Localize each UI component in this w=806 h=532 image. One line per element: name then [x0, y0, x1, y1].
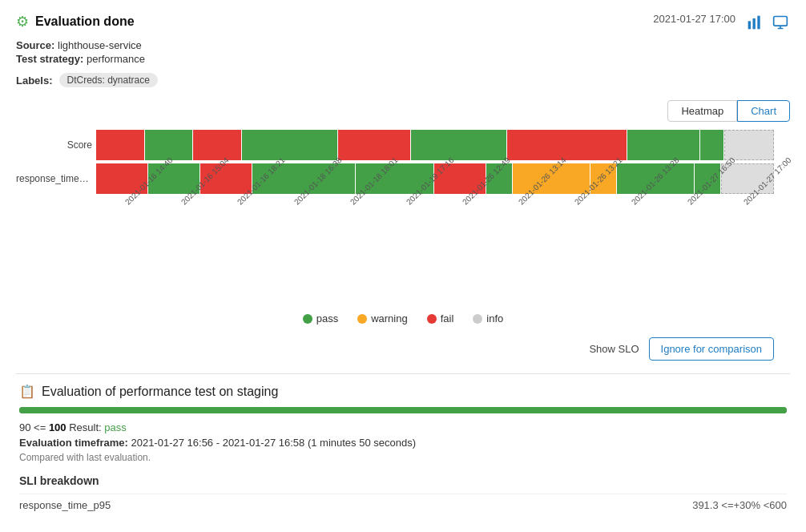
legend-dot-fail: [427, 314, 437, 324]
evaluation-icon: ⚙: [16, 13, 29, 30]
legend-label-pass: pass: [316, 312, 338, 324]
show-slo-label: Show SLO: [589, 343, 639, 355]
heatmap-row-label-rtp95: response_time_p95: [16, 173, 92, 184]
svg-rect-0: [748, 21, 751, 29]
compared-text: Compared with last evaluation.: [19, 452, 787, 463]
sli-breakdown-title: SLI breakdown: [19, 474, 787, 487]
score-line: 90 <= 100 Result: pass: [19, 421, 787, 433]
strategy-value: performance: [87, 53, 145, 65]
source-value: lighthouse-service: [58, 39, 142, 51]
svg-rect-2: [757, 16, 760, 30]
sli-value-rtp95: 391.3 <=+30% <600: [692, 499, 787, 511]
svg-rect-1: [753, 18, 756, 29]
ignore-comparison-button[interactable]: Ignore for comparison: [649, 337, 774, 361]
source-label: Source:: [16, 39, 54, 51]
svg-rect-3: [774, 17, 788, 26]
legend-label-info: info: [486, 312, 503, 324]
timestamp: 2021-01-27 17:00: [653, 13, 735, 25]
labels-badge: DtCreds: dynatrace: [59, 73, 158, 87]
score-progress-bar: [19, 407, 787, 413]
clipboard-icon: 📋: [19, 384, 35, 399]
legend-label-fail: fail: [441, 312, 454, 324]
heatmap-button[interactable]: Heatmap: [667, 100, 737, 122]
eval-section-title: Evaluation of performance test on stagin…: [42, 385, 278, 399]
page-title: Evaluation done: [35, 14, 135, 29]
computer-icon-button[interactable]: [771, 13, 790, 34]
legend-dot-pass: [303, 314, 312, 324]
bar-chart-icon: [747, 14, 763, 30]
eval-timeframe: Evaluation timeframe: 2021-01-27 16:56 -…: [19, 437, 787, 449]
labels-key: Labels:: [16, 75, 53, 87]
legend-info: info: [473, 312, 503, 324]
sli-row-rtp95: response_time_p95 391.3 <=+30% <600: [19, 494, 787, 516]
legend-fail: fail: [427, 312, 454, 324]
section-divider: [16, 373, 790, 374]
score-bar-fill: [19, 407, 787, 413]
legend-dot-info: [473, 314, 482, 324]
sli-name-rtp95: response_time_p95: [19, 499, 111, 511]
strategy-label: Test strategy:: [16, 53, 83, 65]
monitor-icon: [772, 14, 788, 30]
heatmap-row-label-score: Score: [16, 139, 92, 151]
legend-warning: warning: [357, 312, 408, 324]
legend-pass: pass: [303, 312, 338, 324]
legend-label-warning: warning: [371, 312, 408, 324]
legend-dot-warning: [357, 314, 367, 324]
chart-icon-button[interactable]: [745, 13, 764, 34]
heatmap-row-score: [96, 130, 774, 160]
chart-button[interactable]: Chart: [737, 100, 790, 122]
x-label-11: 2021-01-27 17:00: [742, 195, 788, 240]
